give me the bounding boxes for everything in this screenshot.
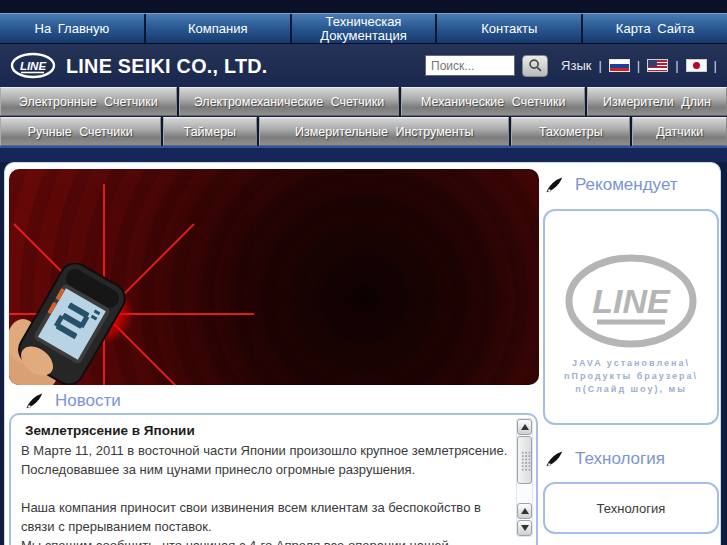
technology-box: Технология	[543, 482, 719, 534]
top-background-strip	[0, 0, 727, 13]
news-scrollbar[interactable]	[516, 418, 533, 537]
separator: |	[598, 58, 601, 73]
nav-sitemap[interactable]: Карта Сайта	[583, 14, 727, 43]
news-section-heading: Новости	[25, 391, 121, 411]
nav-documentation-label-2: Документация	[320, 29, 407, 43]
technology-title: Технология	[575, 449, 665, 469]
main-content-panel: Новости Землетрясение в Японии В Марте 1…	[4, 162, 721, 545]
news-box: Землетрясение в Японии В Марте 11, 2011 …	[9, 413, 538, 545]
scroll-down-button[interactable]	[517, 520, 532, 536]
search-icon	[528, 58, 543, 73]
technology-section-heading: Технология	[545, 449, 665, 469]
nav-company[interactable]: Компания	[146, 14, 290, 43]
search-input[interactable]	[425, 55, 515, 76]
company-logo[interactable]: LINE LINE SEIKI CO., LTD.	[10, 52, 280, 79]
news-article-title: Землетрясение в Японии	[25, 421, 510, 440]
line-gray-logo-icon: LINE	[563, 253, 699, 349]
japanese-flag-icon[interactable]	[686, 59, 707, 72]
banner-image	[9, 169, 539, 385]
gray-logo-text: LINE	[592, 282, 671, 320]
language-label: Язык	[561, 58, 591, 73]
recommends-section-heading: Рекомендует	[545, 175, 678, 195]
company-name: LINE SEIKI CO., LTD.	[66, 54, 268, 78]
recommends-box: LINE JAVA установлена\ nПродукты браузер…	[543, 209, 719, 425]
nav-home[interactable]: На Главную	[0, 14, 144, 43]
search-button[interactable]	[522, 55, 548, 77]
technology-link[interactable]: Технология	[597, 501, 666, 516]
scroll-up-button-bottom[interactable]	[517, 503, 532, 519]
nav-documentation-label-1: Техническая	[326, 15, 402, 29]
menu-measuring-instruments[interactable]: Измерительные Инструменты	[259, 117, 509, 146]
triangle-up-icon	[521, 424, 529, 430]
scrollbar-track[interactable]	[517, 484, 532, 503]
news-paragraph: Мы спешим сообщить, что начиная с 4-го А…	[21, 536, 510, 545]
nav-documentation[interactable]: Техническая Документация	[292, 14, 436, 43]
header-bar: LINE LINE SEIKI CO., LTD. Язык | | | |	[0, 44, 727, 87]
news-paragraph: В Марте 11, 2011 в восточной части Япони…	[21, 441, 510, 479]
menu-timers[interactable]: Таймеры	[163, 117, 258, 146]
java-notice-line: JAVA установлена\	[564, 357, 698, 370]
separator: |	[675, 58, 678, 73]
tachometer-device-image	[9, 263, 163, 385]
separator: |	[637, 58, 640, 73]
triangle-up-icon	[521, 508, 529, 514]
nav-contacts-label: Контакты	[481, 22, 537, 36]
separator: |	[714, 58, 717, 73]
news-paragraph: Наша компания приносит свои извинения вс…	[21, 498, 510, 536]
navy-gap	[0, 148, 727, 162]
menu-sensors[interactable]: Датчики	[632, 117, 727, 146]
pen-icon	[545, 176, 564, 195]
scrollbar-thumb[interactable]	[517, 436, 532, 484]
american-flag-icon[interactable]	[647, 59, 668, 72]
nav-contacts[interactable]: Контакты	[437, 14, 581, 43]
menu-length-meters[interactable]: Измерители Длин	[587, 87, 727, 116]
line-oval-logo-icon: LINE	[10, 52, 56, 79]
top-navigation: На Главную Компания Техническая Документ…	[0, 13, 727, 44]
nav-sitemap-label: Карта Сайта	[616, 22, 694, 36]
triangle-down-icon	[521, 525, 529, 531]
recommends-title: Рекомендует	[575, 175, 678, 195]
product-menu-row-2: Ручные Счетчики Таймеры Измерительные Ин…	[0, 117, 727, 146]
pen-icon	[545, 450, 564, 469]
menu-tachometers[interactable]: Тахометры	[511, 117, 630, 146]
menu-electronic-counters[interactable]: Электронные Счетчики	[0, 87, 177, 116]
scroll-up-button[interactable]	[517, 419, 532, 435]
news-title: Новости	[55, 391, 121, 411]
nav-company-label: Компания	[188, 22, 248, 36]
pen-icon	[25, 392, 44, 411]
product-menu-row-1: Электронные Счетчики Электромеханические…	[0, 87, 727, 116]
java-notice-line: n(Слайд шоу), мы	[564, 383, 698, 396]
menu-mechanical-counters[interactable]: Механические Счетчики	[401, 87, 584, 116]
news-scroll-area[interactable]: Землетрясение в Японии В Марте 11, 2011 …	[21, 421, 510, 545]
menu-hand-counters[interactable]: Ручные Счетчики	[0, 117, 161, 146]
menu-electromechanical-counters[interactable]: Электромеханические Счетчики	[179, 87, 400, 116]
nav-home-label: На Главную	[35, 22, 110, 36]
java-notice: JAVA установлена\ nПродукты браузера\ n(…	[564, 357, 698, 396]
russian-flag-icon[interactable]	[609, 59, 630, 72]
java-notice-line: nПродукты браузера\	[564, 370, 698, 383]
logo-text: LINE	[20, 60, 47, 72]
